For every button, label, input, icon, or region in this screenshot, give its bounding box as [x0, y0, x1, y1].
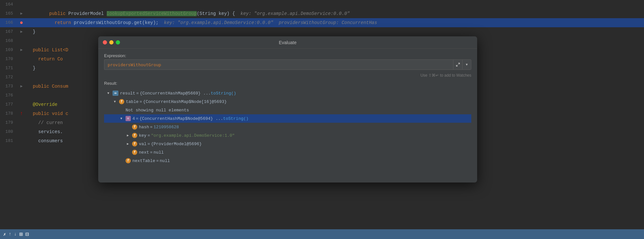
dialog-body: Expression: ▼ Use ⇧⌘↵ to add to Watches … — [98, 49, 477, 182]
comment-179: // curren — [27, 120, 63, 125]
traffic-lights — [103, 40, 120, 44]
status-icon-down[interactable]: ↓ — [14, 232, 17, 237]
line-number-173: 173 — [0, 82, 17, 91]
result-tree[interactable]: ▼ ∞ result = {ConcurrentHashMap@5669} ..… — [104, 89, 471, 178]
tree-name-nexttable: nextTable — [132, 158, 155, 163]
tree-value-result: {ConcurrentHashMap@5669} ... — [140, 91, 211, 96]
fold-icon-169[interactable]: ▶ — [20, 45, 22, 55]
tree-name-hash: hash — [139, 125, 149, 130]
return-kw: return — [44, 20, 74, 25]
brace-171: } — [27, 66, 35, 71]
tostring-link-node4[interactable]: toString() — [223, 116, 248, 121]
get-method: .get(key); — [131, 20, 158, 25]
dialog-title: Evaluate — [279, 40, 296, 45]
status-icon-close[interactable]: ✗ — [3, 232, 6, 237]
tree-value-table: {ConcurrentHashMap$Node[16]@5693} — [143, 99, 227, 104]
dropdown-button[interactable]: ▼ — [462, 59, 471, 70]
status-icon-add[interactable]: ⊞ — [19, 231, 23, 238]
expand-button[interactable] — [453, 59, 462, 70]
expand-arrow-result: ▼ — [107, 92, 111, 95]
equals-val: = — [147, 142, 150, 146]
equals-key: = — [147, 133, 150, 138]
hint-key: key: "org.example.api.DemoService:0.0.0" — [158, 20, 273, 25]
line-number-167: 167 — [0, 27, 17, 36]
watches-hint: Use ⇧⌘↵ to add to Watches — [104, 73, 471, 78]
hint-providers: providersWithoutGroup: ConcurrentHas — [273, 20, 377, 25]
tree-name-next: next — [139, 150, 149, 155]
tree-row-val[interactable]: ▶ f val = {ProviderModel@5696} — [104, 140, 471, 148]
public-kw-173: public Consum — [27, 84, 68, 89]
expression-input[interactable] — [104, 59, 453, 70]
gutter-178: ↑ — [17, 109, 26, 118]
tree-row-next[interactable]: f next = null — [104, 148, 471, 157]
maximize-button[interactable] — [116, 40, 120, 44]
fold-icon-165[interactable]: ▶ — [20, 9, 22, 18]
public-void-178: public void c — [27, 111, 68, 116]
field-icon-next: f — [132, 150, 137, 155]
equals-node4: = — [136, 116, 139, 121]
tree-row-key[interactable]: ▶ f key = "org.example.api.DemoService:1… — [104, 131, 471, 140]
result-label: Result: — [104, 81, 471, 86]
gutter-165: ▶ — [17, 9, 26, 18]
equals-next: = — [150, 150, 153, 155]
field-icon-hash: f — [132, 124, 137, 130]
code-line-167: 167 ▶ } — [0, 27, 644, 36]
null-info-text: Not showing null elements — [126, 108, 189, 113]
gutter-173: ▶ — [17, 82, 26, 91]
return-170: return Co — [27, 57, 63, 62]
status-icon-up[interactable]: ↑ — [8, 232, 11, 237]
tree-value-hash: 1210958628 — [154, 125, 179, 130]
fold-icon-173[interactable]: ▶ — [20, 82, 22, 91]
tree-value-next: null — [154, 150, 164, 155]
tree-row-nexttable[interactable]: f nextTable = null — [104, 157, 471, 165]
expand-arrow-val: ▶ — [127, 142, 131, 146]
line-number-176: 176 — [0, 91, 17, 100]
tree-name-key: key — [139, 133, 146, 138]
tree-row-hash[interactable]: f hash = 1210958628 — [104, 123, 471, 131]
tree-row-node4[interactable]: ▼ ≡ 4 = {ConcurrentHashMap$Node@5694} ..… — [104, 114, 471, 123]
tree-row-result[interactable]: ▼ ∞ result = {ConcurrentHashMap@5669} ..… — [104, 89, 471, 97]
gutter-166: ● — [17, 20, 26, 26]
equals-result: = — [136, 91, 139, 96]
equals-hash: = — [150, 125, 153, 130]
line-content-167: } — [26, 27, 644, 36]
field-icon-nexttable: f — [126, 158, 131, 163]
line-number-168: 168 — [0, 36, 17, 45]
evaluate-dialog: Evaluate Expression: ▼ Use ⇧⌘↵ to add to… — [98, 36, 477, 182]
expression-section: Expression: ▼ — [104, 53, 471, 70]
line-number-172: 172 — [0, 73, 17, 82]
tree-value-key: "org.example.api.DemoService:1.0" — [151, 133, 235, 138]
breakpoint-marker: ● — [20, 20, 23, 26]
close-button[interactable] — [103, 40, 107, 44]
tree-name-val: val — [139, 142, 146, 146]
expand-arrow-key: ▶ — [127, 133, 131, 137]
equals-nexttable: = — [156, 158, 159, 163]
expression-label: Expression: — [104, 53, 471, 58]
expression-input-row: ▼ — [104, 59, 471, 70]
fold-icon-167[interactable]: ▶ — [20, 27, 22, 36]
current-line-arrow: ↑ — [20, 109, 23, 118]
minimize-button[interactable] — [109, 40, 114, 44]
line-number-177: 177 — [0, 100, 17, 109]
tree-name-table: table — [126, 99, 139, 104]
line-number-166: 166 — [0, 18, 17, 27]
tostring-link-result[interactable]: toString() — [211, 91, 236, 96]
line-number-180: 180 — [0, 127, 17, 136]
status-icon-remove[interactable]: ⊟ — [25, 231, 29, 238]
tree-name-node4: 4 — [132, 116, 135, 121]
line-number-164: 164 — [0, 0, 17, 9]
tree-value-val: {ProviderModel@5696} — [151, 142, 202, 146]
tree-row-table[interactable]: ▼ f table = {ConcurrentHashMap$Node[16]@… — [104, 97, 471, 106]
infinity-icon-result: ∞ — [113, 91, 118, 96]
tree-value-node4: {ConcurrentHashMap$Node@5694} ... — [140, 116, 223, 121]
line-number-165: 165 — [0, 9, 17, 18]
gutter-167: ▶ — [17, 27, 26, 36]
tree-row-null-info: Not showing null elements — [104, 106, 471, 114]
status-bar: ✗ ↑ ↓ ⊞ ⊟ — [0, 229, 644, 239]
services-180: services. — [27, 129, 63, 134]
line-number-170: 170 — [0, 55, 17, 64]
line-number-178: 178 — [0, 109, 17, 118]
equals-table: = — [140, 99, 142, 104]
line-number-171: 171 — [0, 64, 17, 73]
list-icon-node4: ≡ — [126, 116, 131, 121]
